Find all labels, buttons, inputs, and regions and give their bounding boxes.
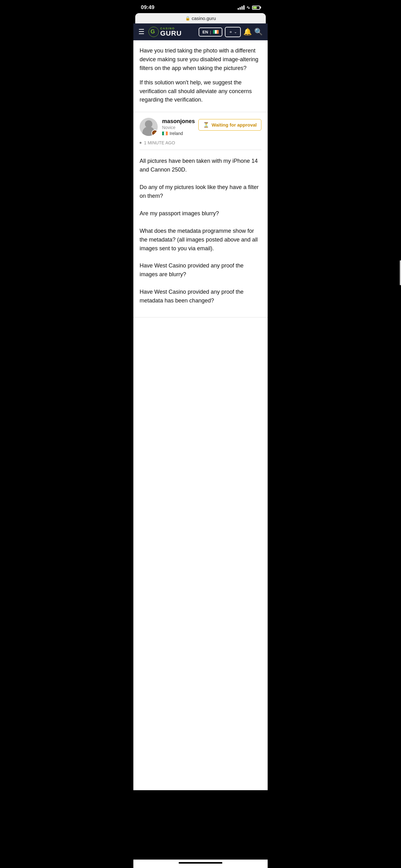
lang-label: EN	[202, 30, 208, 34]
wifi-icon: ∿	[246, 5, 250, 10]
timestamp-text: 1 MINUTE AGO	[144, 140, 175, 145]
hourglass-icon: ⏳	[203, 122, 209, 128]
prev-paragraph-1: Have you tried taking the photo with a d…	[140, 46, 261, 73]
post-paragraph-2: Do any of my pictures look like they hav…	[140, 183, 261, 200]
timestamp-dot	[140, 142, 141, 144]
bottom-divider	[133, 317, 268, 317]
logo-guru-text: GURU	[160, 30, 182, 37]
language-button[interactable]: EN |	[199, 28, 222, 36]
address-bar[interactable]: 🔒 casino.guru	[135, 13, 266, 24]
url-text: casino.guru	[192, 16, 216, 21]
status-icons: ∿	[238, 5, 260, 10]
status-bar: 09:49 ∿	[133, 0, 268, 13]
ireland-flag	[213, 30, 219, 34]
hamburger-button[interactable]: ☰	[138, 28, 144, 35]
avatar: 🏃	[140, 118, 158, 136]
chevron-down-icon: ⌄	[234, 30, 237, 34]
user-country: Ireland	[162, 131, 195, 136]
post-paragraph-5: Have West Casino provided any proof the …	[140, 261, 261, 279]
post-timestamp: 1 MINUTE AGO	[133, 136, 268, 145]
lock-icon: 🔒	[185, 16, 190, 21]
user-info: 🏃 masonjones Novice Ireland	[140, 118, 195, 136]
country-name: Ireland	[170, 131, 183, 136]
search-icon[interactable]: 🔍	[254, 28, 263, 36]
status-time: 09:49	[141, 4, 154, 11]
navbar: ☰ G CASINO GURU EN | ⚬ ⌄ 🔔	[133, 24, 268, 40]
user-button[interactable]: ⚬ ⌄	[225, 27, 241, 37]
username[interactable]: masonjones	[162, 118, 195, 125]
avatar-badge: 🏃	[152, 130, 158, 136]
approval-status-text: Waiting for approval	[212, 122, 257, 127]
notification-bell-icon[interactable]: 🔔	[243, 28, 252, 36]
post-header: 🏃 masonjones Novice Ireland	[133, 112, 268, 136]
user-icon: ⚬	[229, 29, 233, 35]
previous-message-section: Have you tried taking the photo with a d…	[133, 40, 268, 112]
post-section: 🏃 masonjones Novice Ireland	[133, 112, 268, 317]
post-paragraph-1: All pictures have been taken with my iPh…	[140, 157, 261, 174]
svg-text:G: G	[151, 28, 155, 35]
user-details: masonjones Novice Ireland	[162, 118, 195, 136]
approval-badge: ⏳ Waiting for approval	[198, 119, 261, 131]
battery-icon	[252, 6, 260, 10]
post-paragraph-6: Have West Casino provided any proof the …	[140, 288, 261, 305]
signal-icon	[238, 5, 244, 10]
post-paragraph-4: What does the metadata programme show fo…	[140, 227, 261, 253]
logo[interactable]: G CASINO GURU	[148, 27, 195, 37]
post-paragraph-3: Are my passport images blurry?	[140, 209, 261, 218]
previous-message-text: Have you tried taking the photo with a d…	[140, 46, 261, 104]
post-body: All pictures have been taken with my iPh…	[133, 150, 268, 317]
prev-paragraph-2: If this solution won't help, we suggest …	[140, 79, 261, 105]
country-flag	[162, 131, 168, 135]
user-role: Novice	[162, 125, 195, 130]
logo-icon: G	[148, 27, 159, 37]
nav-right-buttons: EN | ⚬ ⌄ 🔔 🔍	[199, 27, 263, 37]
main-content: Have you tried taking the photo with a d…	[133, 40, 268, 790]
